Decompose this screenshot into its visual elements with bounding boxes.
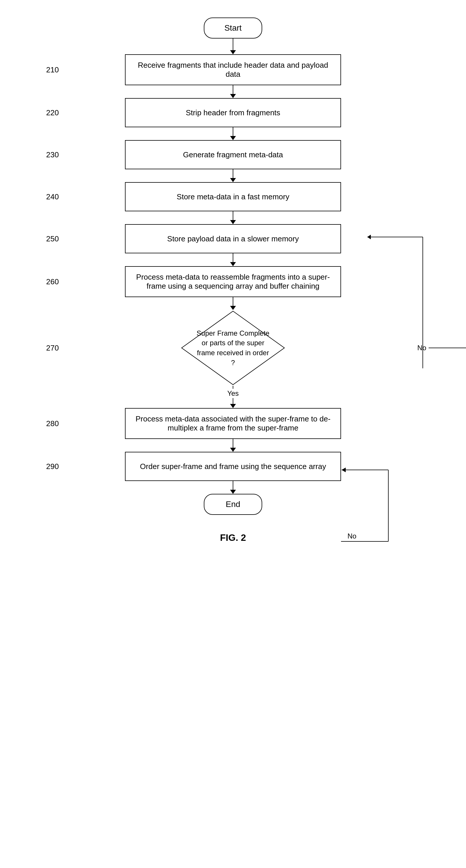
step-230-box: Generate fragment meta-data — [125, 140, 341, 169]
step-250-label: 250 — [46, 235, 59, 243]
step-290-box: Order super-frame and frame using the se… — [125, 452, 341, 481]
fig-caption: FIG. 2 — [220, 532, 246, 543]
arrow-t10 — [230, 490, 236, 494]
no-feedback-arrow — [365, 237, 452, 383]
arrow-c6 — [233, 253, 233, 262]
step-270-text: Super Frame Complete or parts of the sup… — [195, 328, 271, 368]
step-270-label: 270 — [46, 343, 59, 352]
step-280-row: 280 Process meta-data associated with th… — [101, 408, 365, 439]
step-230-row: 230 Generate fragment meta-data — [101, 140, 365, 169]
step-210-text: Receive fragments that include header da… — [134, 61, 332, 79]
step-210-row: 210 Receive fragments that include heade… — [101, 54, 365, 85]
no-arrow-line — [429, 348, 466, 348]
step-210-label: 210 — [46, 65, 59, 74]
yes-label: Yes — [227, 389, 238, 398]
step-290-text: Order super-frame and frame using the se… — [140, 462, 326, 471]
step-240-text: Store meta-data in a fast memory — [177, 192, 289, 202]
step-240-row: 240 Store meta-data in a fast memory — [101, 182, 365, 211]
step-220-label: 220 — [46, 108, 59, 117]
arrow-tip — [230, 50, 236, 54]
arrow-connector — [233, 38, 233, 50]
yes-branch: Yes — [227, 386, 238, 408]
step-290-row: 290 Order super-frame and frame using th… — [101, 452, 365, 481]
step-210-box: Receive fragments that include header da… — [125, 54, 341, 85]
step-270-row: 270 Super Frame Complete or parts of the… — [101, 310, 365, 386]
arrow-c10 — [233, 481, 233, 490]
step-250-box: Store payload data in a slower memory — [125, 224, 341, 253]
step-230-text: Generate fragment meta-data — [183, 150, 283, 159]
diagram-container: Start 210 Receive fragments that include… — [0, 0, 466, 846]
arrow-c7 — [233, 297, 233, 306]
start-terminal: Start — [204, 18, 262, 38]
end-label: End — [204, 494, 262, 515]
step-280-label: 280 — [46, 419, 59, 428]
yes-line-bottom — [233, 398, 233, 404]
arrow-t6 — [230, 262, 236, 266]
step-290-label: 290 — [46, 462, 59, 471]
yes-arrow-tip — [230, 404, 236, 408]
step-260-text: Process meta-data to reassemble fragment… — [134, 273, 332, 291]
step-280-box: Process meta-data associated with the su… — [125, 408, 341, 439]
arrow-t7 — [230, 306, 236, 310]
start-label: Start — [204, 18, 262, 38]
step-280-text: Process meta-data associated with the su… — [134, 414, 332, 433]
no-branch: No — [417, 344, 466, 352]
arrow-t3 — [230, 136, 236, 140]
end-terminal: End — [204, 494, 262, 515]
arrow-t9 — [230, 448, 236, 452]
step-220-box: Strip header from fragments — [125, 98, 341, 127]
arrow-c3 — [233, 127, 233, 136]
arrow-t4 — [230, 178, 236, 182]
step-220-text: Strip header from fragments — [186, 108, 280, 117]
arrow-c9 — [233, 439, 233, 448]
arrow-c5 — [233, 211, 233, 220]
svg-marker-2 — [367, 235, 371, 239]
step-240-box: Store meta-data in a fast memory — [125, 182, 341, 211]
step-250-text: Store payload data in a slower memory — [167, 235, 299, 243]
arrow-t2 — [230, 94, 236, 98]
arrow-c2 — [233, 85, 233, 94]
no-label: No — [417, 344, 426, 352]
step-260-box: Process meta-data to reassemble fragment… — [125, 266, 341, 297]
step-220-row: 220 Strip header from fragments — [101, 98, 365, 127]
step-260-row: 260 Process meta-data to reassemble frag… — [101, 266, 365, 297]
arrow-t5 — [230, 220, 236, 224]
step-240-label: 240 — [46, 192, 59, 202]
step-230-label: 230 — [46, 150, 59, 159]
step-260-label: 260 — [46, 277, 59, 286]
step-270-diamond: Super Frame Complete or parts of the sup… — [180, 310, 286, 386]
yes-line-top — [233, 386, 233, 389]
step-250-row: 250 Store payload data in a slower memor… — [101, 224, 365, 253]
arrow-c4 — [233, 169, 233, 178]
